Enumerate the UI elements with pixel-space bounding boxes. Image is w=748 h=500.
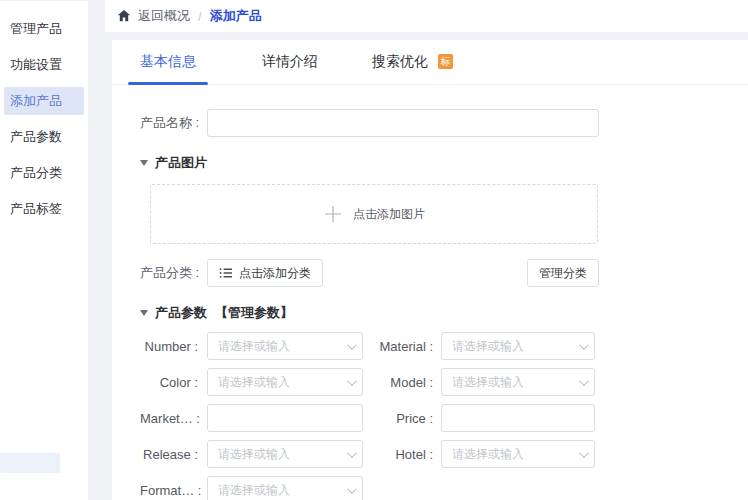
breadcrumb-separator: / (198, 9, 202, 24)
sidebar-item-function-settings[interactable]: 功能设置 (0, 47, 88, 83)
param-input-market[interactable] (207, 404, 363, 432)
param-label-material: Material : (363, 339, 433, 354)
product-name-input[interactable] (207, 109, 599, 137)
upload-hint-text: 点击添加图片 (353, 206, 425, 223)
param-label-color: Color : (140, 375, 198, 390)
triangle-down-icon[interactable] (140, 160, 148, 166)
param-field-material: Material : 请选择或输入 (363, 332, 595, 360)
param-field-hotel: Hotel : 请选择或输入 (363, 440, 595, 468)
sidebar-ghost-artifact (0, 453, 60, 473)
tab-search-optimization-label: 搜索优化 (372, 53, 428, 69)
param-placeholder: 请选择或输入 (218, 482, 347, 499)
product-name-label: 产品名称 : (140, 114, 198, 132)
manage-category-button[interactable]: 管理分类 (527, 259, 599, 287)
tab-detail-intro-label: 详情介绍 (262, 53, 318, 69)
home-icon[interactable] (117, 9, 131, 23)
param-field-color: Color : 请选择或输入 (140, 368, 363, 396)
param-field-model: Model : 请选择或输入 (363, 368, 595, 396)
tab-bar: 基本信息 详情介绍 搜索优化 标 (112, 40, 748, 85)
add-category-button-label: 点击添加分类 (239, 265, 311, 282)
add-category-button[interactable]: 点击添加分类 (207, 259, 323, 287)
breadcrumb-current: 添加产品 (210, 7, 262, 25)
param-placeholder: 请选择或输入 (452, 374, 579, 391)
params-grid: Number : 请选择或输入 Material : 请选择或输入 (140, 332, 599, 500)
param-label-model: Model : (363, 375, 433, 390)
tab-basic-info[interactable]: 基本信息 (128, 40, 208, 85)
breadcrumb: 返回概况 / 添加产品 (105, 0, 748, 32)
param-placeholder: 请选择或输入 (218, 338, 347, 355)
chevron-down-icon (347, 448, 357, 458)
param-label-number: Number : (140, 339, 198, 354)
chevron-down-icon (347, 340, 357, 350)
product-form: 产品名称 : 产品图片 点击添加图片 产品分类 : (112, 109, 599, 500)
param-label-release: Release : (140, 447, 198, 462)
sidebar-item-add-product[interactable]: 添加产品 (4, 87, 84, 115)
param-select-model[interactable]: 请选择或输入 (441, 368, 595, 396)
param-label-price: Price : (363, 411, 433, 426)
param-input-price[interactable] (441, 404, 595, 432)
manage-params-link[interactable]: 【管理参数】 (215, 304, 293, 322)
param-placeholder: 请选择或输入 (218, 374, 347, 391)
param-field-number: Number : 请选择或输入 (140, 332, 363, 360)
param-select-material[interactable]: 请选择或输入 (441, 332, 595, 360)
params-section-title: 产品参数 (155, 304, 207, 322)
chevron-down-icon (579, 448, 589, 458)
content-card: 基本信息 详情介绍 搜索优化 标 产品名称 : 产品图片 (112, 40, 748, 500)
category-label: 产品分类 : (140, 264, 198, 282)
tab-basic-info-label: 基本信息 (140, 53, 196, 69)
image-section-header: 产品图片 (140, 154, 599, 172)
tab-search-optimization[interactable]: 搜索优化 标 (372, 40, 453, 85)
app-window: 管理产品 功能设置 添加产品 产品参数 产品分类 产品标签 返回概况 / 添加产… (0, 0, 748, 500)
sidebar: 管理产品 功能设置 添加产品 产品参数 产品分类 产品标签 (0, 0, 88, 500)
product-name-row: 产品名称 : (140, 109, 599, 137)
tab-badge: 标 (438, 54, 453, 69)
image-section-title: 产品图片 (155, 154, 207, 172)
param-placeholder: 请选择或输入 (452, 338, 579, 355)
list-icon (219, 266, 233, 280)
category-row: 产品分类 : 点击添加分类 管理分类 (140, 259, 599, 287)
main-area: 返回概况 / 添加产品 基本信息 详情介绍 搜索优化 标 (105, 0, 748, 500)
chevron-down-icon (579, 340, 589, 350)
param-select-number[interactable]: 请选择或输入 (207, 332, 363, 360)
params-section-header: 产品参数 【管理参数】 (140, 304, 599, 322)
param-select-hotel[interactable]: 请选择或输入 (441, 440, 595, 468)
param-label-market: Market… : (140, 411, 198, 426)
chevron-down-icon (347, 484, 357, 494)
plus-icon (323, 204, 343, 224)
param-field-price: Price : (363, 404, 595, 432)
param-field-release: Release : 请选择或输入 (140, 440, 363, 468)
param-select-format[interactable]: 请选择或输入 (207, 476, 363, 500)
sidebar-item-product-params[interactable]: 产品参数 (0, 119, 88, 155)
param-placeholder: 请选择或输入 (218, 446, 347, 463)
param-select-color[interactable]: 请选择或输入 (207, 368, 363, 396)
param-placeholder: 请选择或输入 (452, 446, 579, 463)
image-upload-dropzone[interactable]: 点击添加图片 (150, 184, 598, 244)
sidebar-item-product-categories[interactable]: 产品分类 (0, 155, 88, 191)
param-field-format: Format… : 请选择或输入 (140, 476, 363, 500)
param-field-market: Market… : (140, 404, 363, 432)
chevron-down-icon (347, 376, 357, 386)
sidebar-item-manage-products[interactable]: 管理产品 (0, 11, 88, 47)
active-tab-underline (128, 82, 208, 85)
manage-category-button-label: 管理分类 (539, 265, 587, 282)
sidebar-item-product-tags[interactable]: 产品标签 (0, 191, 88, 227)
chevron-down-icon (579, 376, 589, 386)
param-label-format: Format… : (140, 483, 198, 498)
tab-detail-intro[interactable]: 详情介绍 (250, 40, 330, 85)
param-label-hotel: Hotel : (363, 447, 433, 462)
param-select-release[interactable]: 请选择或输入 (207, 440, 363, 468)
breadcrumb-back-link[interactable]: 返回概况 (138, 7, 190, 25)
triangle-down-icon[interactable] (140, 310, 148, 316)
